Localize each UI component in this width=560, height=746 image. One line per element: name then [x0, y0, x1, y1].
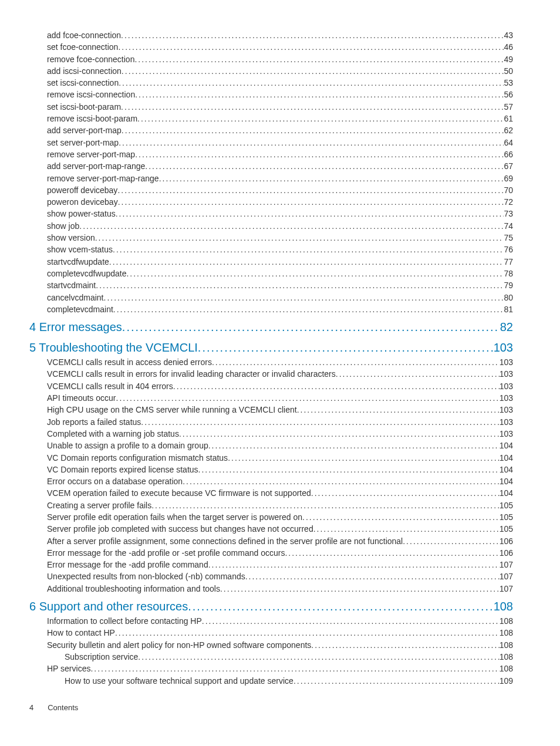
- toc-entry-label: Completed with a warning job status: [47, 428, 179, 440]
- toc-entry[interactable]: Security bulletin and alert policy for n…: [29, 639, 513, 651]
- toc-entry-page: 77: [504, 256, 513, 268]
- toc-entry-label: remove iscsi-connection: [47, 89, 135, 100]
- toc-entry[interactable]: API timeouts occur103: [29, 392, 513, 404]
- toc-entry[interactable]: set server-port-map64: [29, 137, 513, 148]
- toc-entry[interactable]: add server-port-map-range67: [29, 160, 513, 172]
- toc-entry[interactable]: set iscsi-boot-param57: [29, 101, 513, 113]
- toc-entry[interactable]: Completed with a warning job status103: [29, 428, 513, 440]
- toc-entry[interactable]: HP services108: [29, 663, 513, 674]
- toc-entry[interactable]: Server profile job completed with succes…: [29, 523, 513, 535]
- toc-entry[interactable]: remove iscsi-connection56: [29, 89, 513, 100]
- toc-entry-page: 46: [504, 41, 513, 53]
- toc-entry-label: add iscsi-connection: [47, 65, 122, 77]
- toc-entry[interactable]: Creating a server profile fails105: [29, 499, 513, 511]
- toc-entry-page: 80: [504, 292, 513, 303]
- toc-entry[interactable]: Unable to assign a profile to a domain g…: [29, 440, 513, 451]
- toc-entry[interactable]: VC Domain reports expired license status…: [29, 464, 513, 475]
- toc-entry[interactable]: show version75: [29, 232, 513, 244]
- toc-leader-dots: [183, 475, 500, 487]
- toc-entry[interactable]: Error message for the -add profile or -s…: [29, 547, 513, 559]
- toc-leader-dots: [145, 160, 504, 172]
- toc-entry[interactable]: VC Domain reports configuration mismatch…: [29, 452, 513, 464]
- toc-entry[interactable]: set fcoe-connection46: [29, 41, 513, 53]
- toc-entry[interactable]: show vcem-status76: [29, 244, 513, 255]
- toc-entry-label: 6 Support and other resources: [29, 598, 188, 615]
- toc-leader-dots: [118, 196, 504, 208]
- toc-entry[interactable]: poweron devicebay72: [29, 196, 513, 208]
- page-footer: 4 Contents: [29, 703, 513, 712]
- toc-leader-dots: [116, 392, 500, 404]
- toc-entry[interactable]: completevcdfwupdate78: [29, 268, 513, 279]
- toc-entry-label: VC Domain reports configuration mismatch…: [47, 452, 228, 464]
- toc-entry-page: 107: [500, 559, 513, 571]
- toc-entry-page: 103: [494, 339, 513, 356]
- toc-entry[interactable]: How to contact HP108: [29, 627, 513, 639]
- toc-entry[interactable]: VCEMCLI calls result in 404 errors103: [29, 380, 513, 392]
- toc-leader-dots: [121, 101, 504, 113]
- toc-entry[interactable]: VCEMCLI calls result in access denied er…: [29, 356, 513, 368]
- toc-entry[interactable]: remove fcoe-connection49: [29, 53, 513, 65]
- toc-entry[interactable]: 4 Error messages82: [29, 319, 513, 336]
- toc-leader-dots: [113, 303, 504, 315]
- toc-entry-page: 104: [500, 464, 513, 475]
- toc-entry[interactable]: cancelvcdmaint80: [29, 292, 513, 303]
- toc-entry-label: add server-port-map-range: [47, 160, 145, 172]
- toc-entry[interactable]: poweroff devicebay70: [29, 184, 513, 196]
- toc-leader-dots: [115, 627, 500, 639]
- toc-entry[interactable]: remove server-port-map66: [29, 148, 513, 160]
- toc-entry-page: 107: [500, 583, 513, 595]
- toc-entry[interactable]: Information to collect before contacting…: [29, 615, 513, 627]
- toc-entry[interactable]: Additional troubleshooting information a…: [29, 583, 513, 595]
- toc-entry[interactable]: Error message for the -add profile comma…: [29, 559, 513, 571]
- toc-entry-label: API timeouts occur: [47, 392, 116, 404]
- toc-leader-dots: [96, 279, 504, 291]
- toc-entry-label: remove fcoe-connection: [47, 53, 134, 65]
- toc-leader-dots: [134, 53, 504, 65]
- toc-entry-label: startvcdfwupdate: [47, 256, 109, 268]
- toc-entry-label: Unable to assign a profile to a domain g…: [47, 440, 208, 451]
- toc-entry[interactable]: Error occurs on a database operation104: [29, 475, 513, 487]
- toc-entry[interactable]: show power-status73: [29, 208, 513, 220]
- toc-entry[interactable]: add iscsi-connection50: [29, 65, 513, 77]
- toc-entry[interactable]: completevcdmaint81: [29, 303, 513, 315]
- toc-entry[interactable]: add fcoe-connection43: [29, 29, 513, 41]
- toc-leader-dots: [245, 571, 500, 582]
- toc-entry-page: 56: [504, 89, 513, 100]
- toc-entry[interactable]: remove server-port-map-range69: [29, 173, 513, 184]
- toc-entry-label: poweron devicebay: [47, 196, 118, 208]
- toc-entry[interactable]: Unexpected results from non-blocked (-nb…: [29, 571, 513, 582]
- toc-entry-page: 78: [504, 268, 513, 279]
- toc-entry[interactable]: show job74: [29, 220, 513, 232]
- toc-entry[interactable]: VCEM operation failed to execute because…: [29, 487, 513, 499]
- toc-leader-dots: [228, 452, 500, 464]
- toc-entry-page: 57: [504, 101, 513, 113]
- toc-entry[interactable]: startvcdmaint79: [29, 279, 513, 291]
- toc-entry-page: 104: [500, 440, 513, 451]
- toc-entry[interactable]: Server profile edit operation fails when…: [29, 511, 513, 523]
- toc-entry-label: Server profile edit operation fails when…: [47, 511, 302, 523]
- toc-entry[interactable]: Job reports a failed status103: [29, 416, 513, 428]
- toc-entry[interactable]: remove iscsi-boot-param61: [29, 113, 513, 124]
- toc-entry-label: remove server-port-map: [47, 148, 135, 160]
- toc-entry-label: add server-port-map: [47, 124, 122, 136]
- toc-entry[interactable]: Subscription service108: [29, 651, 513, 663]
- toc-entry-page: 49: [504, 53, 513, 65]
- toc-entry[interactable]: 5 Troubleshooting the VCEMCLI103: [29, 339, 513, 356]
- toc-entry-label: remove iscsi-boot-param: [47, 113, 137, 124]
- toc-entry-page: 76: [504, 244, 513, 255]
- toc-entry[interactable]: High CPU usage on the CMS server while r…: [29, 404, 513, 416]
- toc-entry-page: 62: [504, 124, 513, 136]
- toc-entry[interactable]: startvcdfwupdate77: [29, 256, 513, 268]
- toc-entry-page: 105: [500, 523, 513, 535]
- toc-entry[interactable]: VCEMCLI calls result in errors for inval…: [29, 368, 513, 380]
- toc-entry[interactable]: After a server profile assignment, some …: [29, 535, 513, 547]
- toc-entry[interactable]: add server-port-map62: [29, 124, 513, 136]
- toc-entry-page: 107: [500, 571, 513, 582]
- toc-entry-page: 50: [504, 65, 513, 77]
- toc-entry[interactable]: How to use your software technical suppo…: [29, 675, 513, 687]
- toc-entry-page: 53: [504, 77, 513, 89]
- toc-entry-label: completevcdfwupdate: [47, 268, 126, 279]
- toc-leader-dots: [294, 675, 500, 687]
- toc-entry[interactable]: 6 Support and other resources108: [29, 598, 513, 615]
- toc-entry[interactable]: set iscsi-connection53: [29, 77, 513, 89]
